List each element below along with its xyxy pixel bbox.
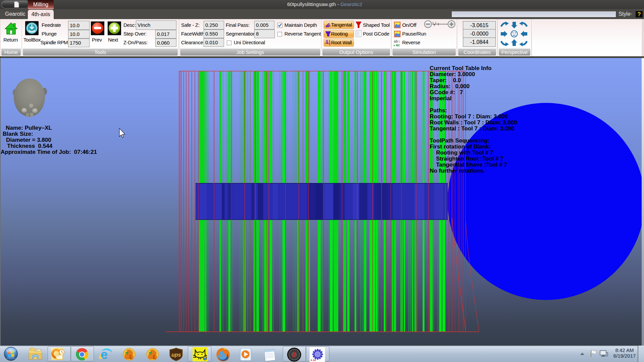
svg-text:3.14: 3.14 xyxy=(311,359,316,362)
svg-text:ups: ups xyxy=(171,352,181,358)
